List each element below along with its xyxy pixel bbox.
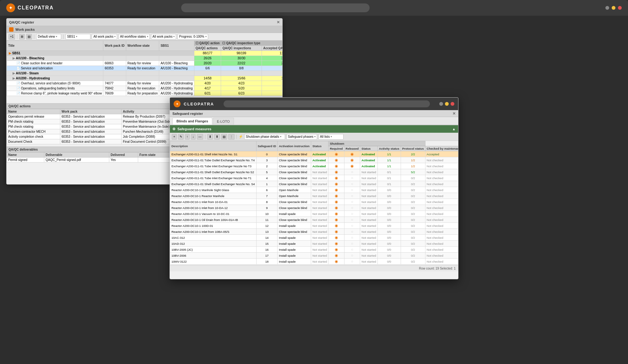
tb-down[interactable]: ↓ (191, 134, 196, 140)
sg-col-activation: Activation instruction (278, 141, 311, 151)
safeguard-row[interactable]: 10BV-2005 (JC)16Install spadeNot started… (170, 247, 458, 253)
workpacks-section-header: Work packs (7, 26, 282, 33)
safeguard-row[interactable]: Exchanger A200-011-01 Tube Outlet Exchan… (170, 157, 458, 163)
safeguard-row[interactable]: Exchanger A200-011-01 Tube Inlet Exchang… (170, 175, 458, 181)
workpack-row[interactable]: 📄 Remove clamp 6", pinhole leakage nearb… (7, 91, 283, 96)
col-accepted-del: Accepted QA/QC deliverables (262, 46, 282, 51)
workpack-row[interactable]: 📄 Overhaul, service and lubrication (S'-… (7, 81, 283, 86)
tb-shutdown-icon: ⚡ (239, 135, 243, 139)
col-sbs1: SBS1 (159, 41, 194, 51)
window1-toolbar: +1 ⊞ ▤ Default view ▾ SBS1 ▾ All work pa… (7, 33, 282, 40)
workpack-row[interactable]: ▶ SBS188/17798/199116/244117/2444/4 (7, 51, 283, 56)
dropdown-safeguard-phases[interactable]: Safeguard phases ▾ (286, 134, 317, 140)
tb-sep1 (205, 135, 205, 139)
safeguard-row[interactable]: 10BV-200617Install spadeNot started◉○Not… (170, 253, 458, 259)
safeguard-row[interactable]: 10AD-31215Install spadeNot started◉○Not … (170, 241, 458, 247)
safeguard-header-icon: ⚙ (172, 127, 176, 131)
workpack-row[interactable]: 📄 Clean suction line and header66863Read… (7, 61, 283, 66)
workpacks-icon (9, 27, 14, 32)
dropdown-shutdown-phases[interactable]: Shutdown phase details ▾ (244, 134, 285, 140)
dot-gray (605, 6, 609, 10)
safeguard-row[interactable]: Reactor A200-DC10-1 Oil Drain from 100A-… (170, 217, 458, 223)
dot-red (618, 6, 622, 10)
col-title: Title (7, 41, 103, 51)
tb-up[interactable]: ↑ (185, 134, 190, 140)
tb-cols[interactable]: ⋮ (228, 134, 235, 140)
dropdown-default-view[interactable]: Default view ▾ (36, 34, 61, 40)
workpacks-table: Title Work pack ID Workflow state SBS1 ☐… (7, 40, 282, 96)
workpacks-tbody: ▶ SBS188/17798/199116/244117/2444/4▶ A/U… (7, 51, 283, 96)
workpack-row[interactable]: ▶ A/U200 - Hydrotreating14/5815/6616/731… (7, 76, 283, 81)
safeguard-header-expand[interactable]: ▲ (452, 127, 456, 131)
window1-close[interactable]: ✕ (277, 20, 280, 24)
safeguard-row[interactable]: Reactor A200-DC10-1 Vacuum to 10-DC-0110… (170, 211, 458, 217)
win2-tabs: Blinds and Flanges E-LOTO (170, 117, 458, 125)
safeguard-row[interactable]: Reactor A200-DC10-1 Reactor Manhole7Open… (170, 193, 458, 199)
win2-footer: Row count: 19 Selected: 1 (170, 265, 458, 271)
dropdown-workflow-states[interactable]: All workflow states ▾ (118, 34, 149, 40)
browser-logo: ✦ CLEOPATRA (6, 3, 54, 12)
workpack-row[interactable]: ▶ A/U100 - Bleaching26/2630/3032/3232/32 (7, 56, 283, 61)
win2-logo: ✦ (174, 100, 181, 107)
dropdown-all-workpacks[interactable]: All work packs ▾ (92, 34, 117, 40)
sg-col-status: Status (311, 141, 328, 151)
safeguard-row[interactable]: Reactor A200-DC10-1 Inlet from 10-DA-129… (170, 205, 458, 211)
safeguard-table-container[interactable]: Description Safeguard ID Activation inst… (170, 141, 458, 265)
safeguard-row[interactable]: 10AC-31214Install spadeNot started◉○Not … (170, 235, 458, 241)
safeguard-header-label: Safeguard measures (177, 127, 211, 131)
browser-controls (605, 6, 622, 10)
safeguard-row[interactable]: Reactor A200-DC10-1 Inlet from 10-DA-018… (170, 199, 458, 205)
dropdown-progress[interactable]: Progress: 0-100% ▾ (177, 34, 208, 40)
sg-col-shutdown-group: Shutdown (328, 141, 425, 146)
window1-title: QA/QC register (9, 20, 34, 24)
win2-toolbar: + ✎ ↑ ↓ — ⬇ ⬆ ▤ ⋮ ⚡ Shutdown phase detai… (170, 133, 458, 141)
dropdown-all-wp2[interactable]: All work packs ▾ (151, 34, 176, 40)
tb-delete[interactable]: — (197, 134, 203, 140)
col-wpid: Work pack ID (103, 41, 126, 51)
win2-close[interactable]: ✕ (452, 111, 456, 116)
cleopatra-icon: ✦ (6, 3, 15, 12)
safeguard-row[interactable]: Reactor A200-DC10-1 Manhole Sight Glass6… (170, 187, 458, 193)
safeguard-measures-header: ⚙ Safeguard measures ▲ (170, 125, 458, 133)
workpack-row[interactable]: ▶ A/U100 - Steam (7, 71, 283, 76)
sg-col-released: Released (344, 146, 360, 151)
tb-export[interactable]: ⬆ (214, 134, 220, 140)
tb-edit[interactable]: ✎ (178, 134, 184, 140)
col-workflow: Workflow state (126, 41, 159, 51)
brand-name: CLEOPATRA (18, 5, 54, 11)
safeguard-row[interactable]: Exchanger A200-011-01 Shell Outlet Excha… (170, 181, 458, 187)
tb-import[interactable]: ⬇ (207, 134, 213, 140)
col-qa-actions: QA/QC actions (194, 46, 221, 51)
workpack-row[interactable]: 📄 Service and lubrication60353Ready for … (7, 66, 283, 71)
safeguard-row[interactable]: Exchanger A200-011-01 Shell Inlet Nozzle… (170, 151, 458, 157)
dropdown-all-lists[interactable]: All lists ▾ (318, 134, 344, 140)
toolbar-sep2 (63, 35, 63, 39)
dropdown-sbs1[interactable]: SBS1 ▾ (65, 34, 90, 40)
tb-add[interactable]: + (172, 134, 177, 140)
workpack-row[interactable]: 📄 Operations, safeguarding battery limit… (7, 86, 283, 91)
safeguard-row[interactable]: Reactor A200-DC10-1 100D-0112Install spa… (170, 223, 458, 229)
toolbar-btn-view[interactable]: ⊞ (19, 34, 25, 40)
toolbar-btn-add[interactable]: +1 (8, 34, 15, 40)
tab-blinds-flanges[interactable]: Blinds and Flanges (172, 118, 212, 125)
workpacks-table-container[interactable]: Title Work pack ID Workflow state SBS1 ☐… (7, 40, 282, 103)
win2-brand: CLEOPATRA (184, 102, 214, 106)
sg-col-activity: Activity status (377, 146, 401, 151)
sg-col-maint: Checked by maintenance (425, 146, 458, 151)
tb-sep2 (236, 135, 237, 139)
address-bar[interactable] (181, 3, 370, 12)
safeguard-row[interactable]: 10MV-312218Install spadeNot started◉○Not… (170, 259, 458, 265)
tb-grid[interactable]: ▤ (221, 134, 227, 140)
tab-eloto[interactable]: E-LOTO (213, 118, 234, 125)
safeguard-row[interactable]: Exchanger A200-011-01 Tube Inlet Exchang… (170, 163, 458, 169)
dot-yellow (612, 6, 615, 10)
win2-address[interactable] (224, 100, 430, 107)
safeguard-row[interactable]: Exchanger A200-011-01 Shell Outlet Excha… (170, 169, 458, 175)
sg-col-sh-status: Status (360, 146, 377, 151)
safeguard-row[interactable]: Reactor A200-DC10-1 Inlet from 10BA-05/S… (170, 229, 458, 235)
toolbar-btn-grid[interactable]: ▤ (26, 34, 32, 40)
win2-titlebar: Safeguard register ✕ (170, 110, 458, 117)
col-qa-inspections: QA/QC inspections (221, 46, 262, 51)
sep1 (17, 35, 17, 39)
col-action-group: ☐ QA/QC action (194, 41, 221, 46)
